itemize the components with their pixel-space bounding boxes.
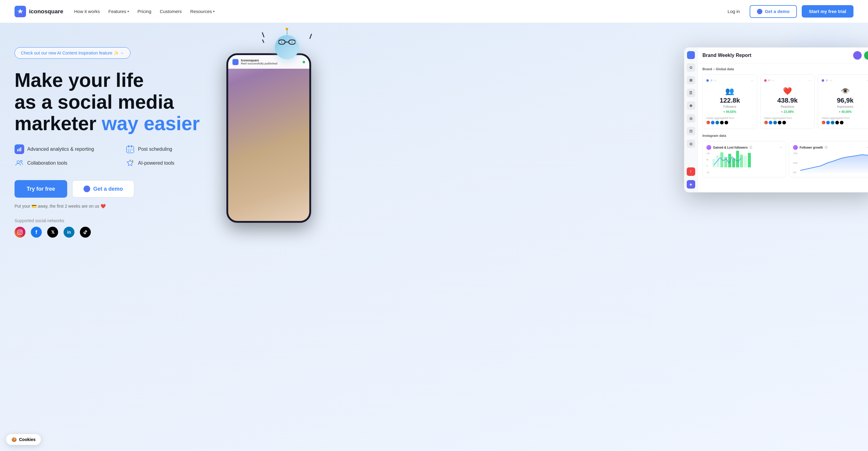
login-button[interactable]: Log in — [723, 6, 745, 16]
get-demo-button[interactable]: Get a demo — [750, 5, 797, 18]
dash-nav-5[interactable]: ◎ — [687, 114, 695, 123]
chart-follower-growth: Follower growth ⓘ ··· 150k100k50k — [789, 141, 868, 177]
card-reactions: P · ○ ··· ❤️ 438.9k Reactions + 23,48% D… — [760, 74, 815, 129]
plat-ig-2 — [764, 121, 768, 124]
notif-line-3 — [309, 34, 312, 39]
svg-rect-2 — [20, 147, 21, 151]
linkedin-icon[interactable]: in — [64, 227, 74, 238]
followers-label: Followers — [706, 105, 753, 108]
chart-icon-2 — [793, 145, 798, 150]
notif-line-1 — [262, 32, 265, 37]
trend-line — [712, 152, 782, 168]
y-axis-2: 150k100k50k — [793, 152, 798, 174]
visual-container: Iconosquare Reel successfully published — [208, 41, 854, 253]
plat-li-2 — [773, 121, 777, 124]
instagram-icon[interactable] — [14, 227, 25, 238]
plat-ig-1 — [706, 121, 710, 124]
chart-menu-2: ··· — [866, 146, 868, 149]
tiktok-icon[interactable] — [80, 227, 91, 238]
card-label-1: P · ○ — [711, 79, 716, 82]
plat-x-2 — [782, 121, 786, 124]
nav-resources[interactable]: Resources ▾ — [190, 9, 215, 14]
svg-rect-5 — [131, 145, 132, 147]
area-chart — [800, 152, 868, 174]
followers-metric: 122.8k — [706, 96, 753, 104]
impressions-metric: 96,9k — [822, 96, 868, 104]
impressions-platforms — [822, 121, 868, 124]
ai-feature-badge[interactable]: Check out our new AI Content Inspiration… — [14, 47, 130, 59]
dash-nav-6[interactable]: ⊡ — [687, 127, 695, 135]
reactions-label: Reactions — [764, 105, 811, 108]
feature-collaboration: Collaboration tools — [14, 158, 116, 168]
impressions-emoji: 👁️ — [822, 87, 868, 95]
chart-icon — [14, 144, 24, 154]
dashboard-mockup: ⊙ ⊞ ☰ ⊕ ◎ ⊡ ◎ ! ◈ Brand Weekly Report — [684, 47, 868, 192]
dash-nav-3[interactable]: ☰ — [687, 89, 695, 97]
chart-title-2: Follower growth ⓘ ··· — [793, 145, 868, 150]
nav-links: How it works Features ▾ Pricing Customer… — [74, 9, 215, 14]
dash-nav-7[interactable]: ◎ — [687, 140, 695, 148]
svg-rect-15 — [18, 230, 22, 235]
dash-nav-1[interactable]: ⊙ — [687, 63, 695, 72]
x-twitter-icon[interactable]: 𝕏 — [47, 227, 58, 238]
dash-nav-2[interactable]: ⊞ — [687, 76, 695, 85]
dash-nav-9[interactable]: ◈ — [687, 180, 695, 188]
logo[interactable]: iconosquare — [14, 6, 63, 17]
dashboard-title: Brand Weekly Report — [703, 53, 751, 58]
card-body-reactions: ❤️ 438.9k Reactions + 23,48% — [764, 85, 811, 115]
plat-fb-3 — [826, 121, 830, 124]
antenna — [286, 28, 288, 35]
facebook-icon[interactable]: f — [31, 227, 42, 238]
impressions-label: Impressions — [822, 105, 868, 108]
followers-emoji: 👥 — [706, 87, 753, 95]
dashboard-main: Brand Weekly Report Brand – Global data — [698, 48, 868, 182]
hero-title: Make your life as a social media markete… — [14, 70, 226, 135]
svg-point-16 — [19, 231, 21, 233]
hero-content: Check out our new AI Content Inspiration… — [14, 41, 226, 238]
reactions-source: Datas aggregated from — [764, 117, 811, 120]
plat-x-3 — [840, 121, 843, 124]
svg-point-12 — [17, 161, 19, 163]
nav-right: Log in Get a demo Start my free trial — [723, 5, 854, 18]
plat-ig-3 — [822, 121, 825, 124]
card-note: Put your 💳 away, the first 2 weeks are o… — [14, 204, 226, 209]
svg-point-10 — [128, 151, 129, 152]
plat-li-1 — [715, 121, 719, 124]
try-for-free-button[interactable]: Try for free — [14, 180, 67, 198]
hero-features: Advanced analytics & reporting — [14, 144, 226, 168]
svg-point-7 — [128, 150, 129, 150]
glasses — [278, 39, 296, 47]
card-menu-2: ··· — [809, 79, 811, 82]
chart-bars — [712, 152, 782, 168]
cookies-badge[interactable]: 🍪 Cookies — [6, 434, 41, 445]
dashboard-sidebar: ⊙ ⊞ ☰ ⊕ ◎ ⊡ ◎ ! ◈ — [684, 48, 698, 192]
logo-text: iconosquare — [29, 8, 63, 15]
card-header-reactions: P · ○ ··· — [764, 79, 811, 82]
section-global: Brand – Global data — [703, 67, 868, 71]
start-trial-button[interactable]: Start my free trial — [802, 5, 854, 18]
nav-pricing[interactable]: Pricing — [137, 9, 151, 14]
get-demo-hero-button[interactable]: Get a demo — [72, 180, 134, 198]
svg-point-17 — [21, 231, 22, 231]
dot-purple — [822, 79, 824, 82]
svg-point-8 — [130, 150, 131, 150]
dot-blue — [706, 79, 709, 82]
followers-growth: + 94,65% — [706, 110, 753, 114]
nav-how-it-works[interactable]: How it works — [74, 9, 100, 14]
chart-info-2: ⓘ — [825, 146, 828, 150]
dash-nav-4[interactable]: ⊕ — [687, 101, 695, 110]
reactions-metric: 438.9k — [764, 96, 811, 104]
plat-tk-1 — [720, 121, 724, 124]
card-followers: P · ○ ··· 👥 122.8k Followers + 94,65% Da… — [703, 74, 757, 129]
chevron-down-icon: ▾ — [127, 10, 129, 13]
plat-fb-1 — [711, 121, 715, 124]
dash-nav-8[interactable]: ! — [687, 168, 695, 176]
nav-features[interactable]: Features ▾ — [108, 9, 129, 14]
chevron-down-icon-2: ▾ — [213, 10, 215, 13]
hero-visual: Iconosquare Reel successfully published — [208, 41, 854, 253]
svg-rect-4 — [128, 145, 129, 147]
nav-customers[interactable]: Customers — [160, 9, 182, 14]
impressions-source: Datas aggregated from — [822, 117, 868, 120]
calendar-icon — [125, 144, 135, 154]
notification-marks — [263, 32, 264, 43]
